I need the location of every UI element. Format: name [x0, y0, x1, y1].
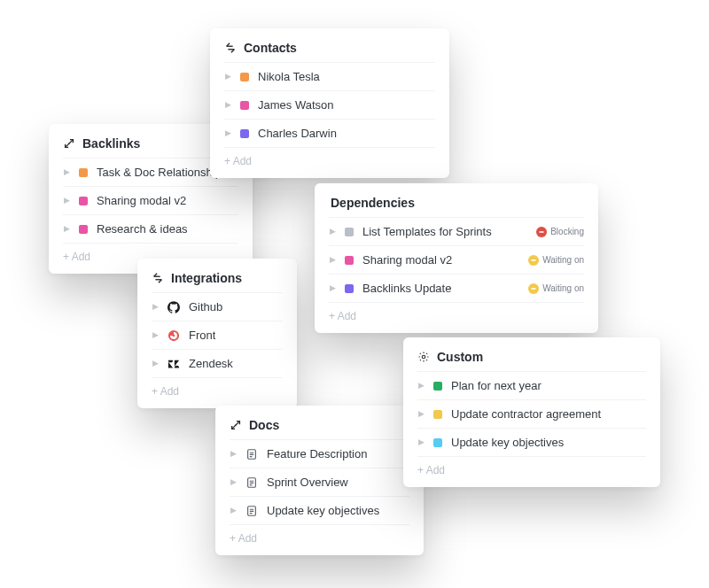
swap-icon: [152, 272, 164, 284]
chevron-right-icon: ▶: [224, 73, 231, 81]
list-item[interactable]: ▶ Nikola Tesla: [224, 62, 435, 90]
item-label: Update contractor agreement: [451, 407, 601, 421]
contacts-card: Contacts ▶ Nikola Tesla ▶ James Watson ▶…: [210, 28, 449, 178]
docs-card: Docs ▶ Feature Description ▶ Sprint Over…: [215, 406, 424, 555]
chevron-right-icon: ▶: [329, 228, 336, 236]
waiting-icon: [528, 283, 539, 294]
list-item[interactable]: ▶ Research & ideas: [63, 214, 238, 243]
status-square-icon: [345, 256, 354, 265]
doc-icon: [245, 476, 258, 489]
add-button[interactable]: + Add: [230, 524, 409, 548]
status-label: Waiting on: [542, 255, 584, 265]
status-square-icon: [433, 438, 442, 447]
chevron-right-icon: ▶: [152, 331, 159, 339]
svg-rect-2: [532, 288, 536, 290]
swap-icon: [224, 42, 237, 54]
list-item[interactable]: ▶ Feature Description: [230, 439, 409, 468]
chevron-right-icon: ▶: [224, 101, 231, 109]
item-label: Backlinks Update: [362, 282, 451, 295]
item-label: Plan for next year: [451, 379, 541, 392]
list-item[interactable]: ▶ Plan for next year: [417, 371, 646, 399]
list-item[interactable]: ▶ Update key objectives: [417, 428, 646, 456]
status-square-icon: [345, 228, 354, 236]
list-item[interactable]: ▶ Sharing modal v2: [63, 186, 238, 214]
dependencies-list: ▶ List Templates for Sprints Blocking ▶ …: [329, 217, 584, 302]
docs-list: ▶ Feature Description ▶ Sprint Overview …: [230, 439, 409, 524]
chevron-right-icon: ▶: [224, 129, 231, 137]
chevron-right-icon: ▶: [63, 168, 70, 176]
list-item[interactable]: ▶ Charles Darwin: [224, 119, 435, 147]
gear-icon: [417, 351, 430, 363]
chevron-right-icon: ▶: [152, 303, 159, 311]
list-item[interactable]: ▶ Github: [152, 292, 283, 321]
blocking-icon: [536, 227, 547, 237]
status-pill: Waiting on: [528, 255, 584, 266]
chevron-right-icon: ▶: [329, 284, 336, 292]
dependencies-card: Dependencies ▶ List Templates for Sprint…: [315, 183, 598, 333]
custom-card: Custom ▶ Plan for next year ▶ Update con…: [403, 337, 660, 487]
item-label: Update key objectives: [267, 504, 379, 517]
item-label: Front: [189, 329, 215, 342]
chevron-right-icon: ▶: [417, 410, 425, 418]
add-button[interactable]: + Add: [152, 377, 283, 401]
status-pill: Waiting on: [528, 283, 584, 294]
integrations-card: Integrations ▶ Github ▶ Front ▶ Zendesk …: [137, 259, 297, 408]
svg-point-6: [422, 355, 425, 359]
list-item[interactable]: ▶ Backlinks Update Waiting on: [329, 274, 584, 302]
status-square-icon: [79, 225, 88, 234]
item-label: Nikola Tesla: [258, 70, 320, 83]
status-square-icon: [240, 73, 249, 81]
chevron-right-icon: ▶: [63, 197, 70, 205]
list-item[interactable]: ▶ Sprint Overview: [230, 468, 409, 496]
add-button[interactable]: + Add: [417, 456, 646, 480]
github-icon: [168, 301, 180, 313]
item-label: Charles Darwin: [258, 127, 337, 140]
list-item[interactable]: ▶ Front: [152, 321, 283, 349]
front-icon: [168, 329, 180, 342]
card-title: Contacts: [244, 41, 297, 55]
card-header: Custom: [417, 350, 646, 364]
chevron-right-icon: ▶: [230, 507, 237, 514]
card-header: Docs: [230, 418, 409, 432]
chevron-right-icon: ▶: [230, 478, 237, 486]
list-item[interactable]: ▶ Zendesk: [152, 349, 283, 377]
item-label: Research & ideas: [97, 222, 188, 236]
status-label: Waiting on: [542, 283, 584, 293]
zendesk-icon: [168, 358, 180, 370]
integrations-list: ▶ Github ▶ Front ▶ Zendesk: [152, 292, 283, 377]
svg-rect-0: [540, 231, 544, 233]
list-item[interactable]: ▶ List Templates for Sprints Blocking: [329, 217, 584, 245]
item-label: Sprint Overview: [267, 476, 348, 489]
link-in-icon: [63, 137, 75, 150]
status-square-icon: [240, 101, 249, 110]
card-title: Integrations: [171, 271, 242, 285]
list-item[interactable]: ▶ Sharing modal v2 Waiting on: [329, 245, 584, 274]
status-label: Blocking: [550, 227, 584, 236]
item-label: James Watson: [258, 98, 334, 112]
status-pill: Blocking: [536, 227, 584, 237]
card-header: Integrations: [152, 271, 283, 285]
add-button[interactable]: + Add: [329, 302, 584, 326]
item-label: Github: [189, 300, 222, 313]
status-square-icon: [433, 382, 442, 391]
card-header: Dependencies: [329, 196, 584, 210]
status-square-icon: [79, 168, 88, 177]
list-item[interactable]: ▶ James Watson: [224, 90, 435, 119]
chevron-right-icon: ▶: [152, 360, 159, 368]
chevron-right-icon: ▶: [329, 256, 336, 264]
list-item[interactable]: ▶ Update key objectives: [230, 496, 409, 524]
item-label: Update key objectives: [451, 436, 564, 449]
chevron-right-icon: ▶: [230, 450, 237, 458]
item-label: List Templates for Sprints: [362, 225, 492, 238]
status-square-icon: [79, 197, 88, 205]
item-label: Task & Doc Relationships: [97, 166, 227, 179]
card-title: Custom: [437, 350, 483, 364]
item-label: Zendesk: [189, 357, 233, 370]
status-square-icon: [240, 129, 249, 138]
status-square-icon: [433, 410, 442, 419]
link-in-icon: [230, 419, 242, 431]
card-header: Contacts: [224, 41, 435, 55]
card-title: Backlinks: [82, 136, 140, 151]
add-button[interactable]: + Add: [224, 147, 435, 171]
list-item[interactable]: ▶ Update contractor agreement: [417, 399, 646, 428]
